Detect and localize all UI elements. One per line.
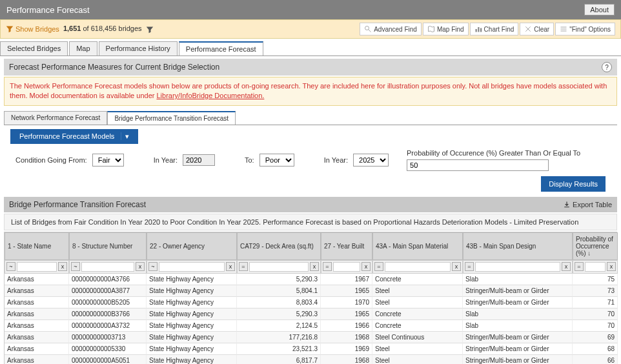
filter-input[interactable] (585, 262, 606, 272)
section-header: Forecast Performance Measures for Curren… (4, 59, 617, 76)
table-cell: Concrete (372, 308, 463, 320)
filter-input[interactable] (17, 262, 57, 272)
column-header[interactable]: 1 - State Name (5, 232, 69, 260)
table-cell: 2,124.5 (237, 320, 321, 332)
show-bridges-toggle[interactable]: Show Bridges (6, 25, 59, 33)
table-row[interactable]: Arkansas00000000000B3766State Highway Ag… (5, 308, 616, 320)
table-row[interactable]: Arkansas00000000000B5205State Highway Ag… (5, 297, 616, 308)
filter-clear-button[interactable]: x (58, 262, 67, 271)
table-cell: State Highway Agency (147, 274, 237, 285)
table-cell: State Highway Agency (147, 320, 237, 332)
table-row[interactable]: Arkansas00000000000A5051State Highway Ag… (5, 355, 616, 364)
advanced-find-button[interactable]: Advanced Find (360, 23, 422, 35)
filter-input[interactable] (249, 262, 309, 272)
filter-input[interactable] (385, 262, 451, 272)
display-results-button[interactable]: Display Results (541, 176, 606, 192)
bridge-count: 1,651 of 618,456 bridges (63, 25, 154, 33)
column-header[interactable]: Probability of Occurrence (%) ↓ (573, 232, 618, 260)
table-cell: 5,290.3 (237, 308, 321, 320)
column-header[interactable]: 43B - Main Span Design (463, 232, 573, 260)
filter-operator-button[interactable]: = (465, 262, 474, 271)
grid-filter-row: ~x~x~x=x=x=x=x=x (5, 260, 616, 274)
table-row[interactable]: Arkansas00000000000A3766State Highway Ag… (5, 274, 616, 285)
table-cell: 1968 (321, 355, 372, 364)
column-header[interactable]: 27 - Year Built (321, 232, 372, 260)
filter-operator-button[interactable]: = (575, 262, 584, 271)
filter-input[interactable] (475, 262, 560, 272)
table-cell: 66 (573, 355, 618, 364)
export-table-button[interactable]: Export Table (563, 201, 612, 208)
section-title: Forecast Performance Measures for Curren… (9, 63, 219, 72)
table-cell: 00000000000A3766 (69, 274, 147, 285)
about-button[interactable]: About (584, 4, 615, 15)
year-from-input[interactable] (183, 154, 215, 166)
list-description: List of Bridges from Fair Condition In Y… (4, 214, 617, 230)
table-cell: Arkansas (5, 320, 69, 332)
filter-operator-button[interactable]: = (374, 262, 383, 271)
warning-box: The Network Performance Forecast models … (4, 77, 617, 106)
filter-operator-button[interactable]: ~ (148, 262, 158, 271)
table-cell: State Highway Agency (147, 343, 237, 355)
filter-clear-button[interactable]: x (310, 262, 319, 271)
condition-from-select[interactable]: Fair (92, 154, 124, 167)
filter-operator-button[interactable]: ~ (71, 262, 80, 271)
filter-icon[interactable] (146, 26, 154, 34)
table-row[interactable]: Arkansas000000000005330State Highway Age… (5, 343, 616, 355)
table-cell: Concrete (372, 320, 463, 332)
table-row[interactable]: Arkansas00000000000A3732State Highway Ag… (5, 320, 616, 332)
column-header[interactable]: CAT29 - Deck Area (sq.ft) (237, 232, 321, 260)
tab-map[interactable]: Map (69, 41, 97, 56)
help-icon[interactable]: ? (602, 62, 612, 72)
grid-header-row: 1 - State Name8 - Structure Number22 - O… (5, 232, 616, 260)
table-cell: 75 (573, 274, 618, 285)
subtab-bridge-performance-transition-forecast[interactable]: Bridge Performance Transition Forecast (107, 111, 236, 125)
tab-performance-forecast[interactable]: Performance Forecast (179, 41, 263, 56)
filter-input[interactable] (159, 262, 225, 272)
table-cell: State Highway Agency (147, 355, 237, 364)
find-options-button[interactable]: "Find" Options (555, 23, 615, 35)
subtab-network-performance-forecast[interactable]: Network Performance Forecast (4, 111, 107, 125)
probability-label: Probability of Occurence (%) Greater Tha… (407, 149, 580, 157)
table-cell: 1966 (321, 320, 372, 332)
filter-cell: ~x (69, 260, 147, 274)
table-cell: 70 (573, 308, 618, 320)
filter-cell: =x (237, 260, 321, 274)
filter-clear-button[interactable]: x (136, 262, 145, 271)
column-header[interactable]: 22 - Owner Agency (147, 232, 237, 260)
table-cell: 000000000003713 (69, 332, 147, 343)
filter-clear-button[interactable]: x (562, 262, 571, 271)
table-row[interactable]: Arkansas000000000003713State Highway Age… (5, 332, 616, 343)
main-tabs: Selected BridgesMapPerformance HistoryPe… (0, 41, 621, 56)
filter-clear-button[interactable]: x (452, 262, 461, 271)
table-cell: Arkansas (5, 274, 69, 285)
table-cell: Stringer/Multi-beam or Girder (463, 297, 573, 308)
filter-clear-button[interactable]: x (607, 262, 616, 271)
chart-find-button[interactable]: Chart Find (470, 23, 519, 35)
models-dropdown-button[interactable]: Performance Forecast Models ▾ (10, 129, 138, 144)
filter-operator-button[interactable]: = (323, 262, 332, 271)
table-cell: 00000000000A5051 (69, 355, 147, 364)
filter-operator-button[interactable]: = (239, 262, 248, 271)
probability-input[interactable] (407, 159, 549, 171)
map-find-button[interactable]: Map Find (423, 23, 469, 35)
table-cell: Arkansas (5, 285, 69, 297)
year-to-select[interactable]: 2025 (353, 154, 389, 167)
tab-selected-bridges[interactable]: Selected Bridges (0, 41, 68, 56)
filter-clear-button[interactable]: x (361, 262, 371, 271)
table-cell: 68 (573, 343, 618, 355)
clear-button[interactable]: Clear (520, 23, 554, 35)
condition-to-select[interactable]: Poor (260, 154, 294, 167)
filter-input[interactable] (81, 262, 134, 272)
filter-operator-button[interactable]: ~ (6, 262, 15, 271)
table-cell: Arkansas (5, 343, 69, 355)
table-cell: Slab (463, 274, 573, 285)
documentation-link[interactable]: Library/InfoBridge Documentation. (156, 92, 264, 99)
filter-clear-button[interactable]: x (226, 262, 235, 271)
tab-performance-history[interactable]: Performance History (99, 41, 178, 56)
table-cell: 5,290.3 (237, 274, 321, 285)
column-header[interactable]: 43A - Main Span Material (372, 232, 463, 260)
column-header[interactable]: 8 - Structure Number (69, 232, 147, 260)
svg-rect-3 (478, 27, 479, 32)
table-row[interactable]: Arkansas00000000000A3877State Highway Ag… (5, 285, 616, 297)
filter-input[interactable] (333, 262, 360, 272)
